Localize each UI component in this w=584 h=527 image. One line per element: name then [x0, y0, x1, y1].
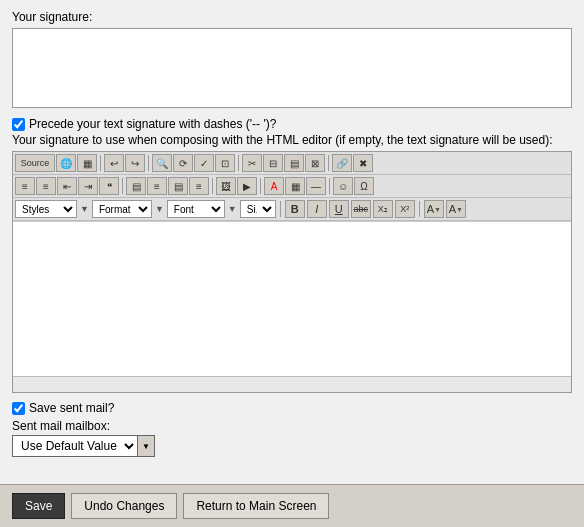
bg-color-btn[interactable]: A▼: [446, 200, 466, 218]
toolbar-row-2: ≡ ≡ ⇤ ⇥ ❝ ▤ ≡ ▤ ≡ 🖼 ▶ A ▦ — ☺ Ω: [13, 175, 571, 198]
subscript-btn[interactable]: X₂: [373, 200, 393, 218]
italic-btn[interactable]: I: [307, 200, 327, 218]
editor-scrollbar: [13, 376, 571, 392]
copy-btn[interactable]: ⊟: [263, 154, 283, 172]
toolbar-row-3: Styles ▼ Format ▼ Font ▼ Si... B I U abc…: [13, 198, 571, 221]
cut-btn[interactable]: ✂: [242, 154, 262, 172]
size-select[interactable]: Si...: [240, 200, 276, 218]
sent-mail-dropdown-arrow[interactable]: ▼: [137, 435, 155, 457]
blockquote-btn[interactable]: ❝: [99, 177, 119, 195]
precede-dashes-label: Precede your text signature with dashes …: [29, 117, 276, 131]
save-mail-label: Save sent mail?: [29, 401, 114, 415]
color-btn[interactable]: A: [264, 177, 284, 195]
strikethrough-btn[interactable]: abc: [351, 200, 371, 218]
table-btn[interactable]: ▦: [77, 154, 97, 172]
source-btn[interactable]: Source: [15, 154, 55, 172]
styles-arrow: ▼: [80, 204, 89, 214]
outdent-btn[interactable]: ⇤: [57, 177, 77, 195]
format-arrow: ▼: [155, 204, 164, 214]
replace-btn[interactable]: ⟳: [173, 154, 193, 172]
paste-btn[interactable]: ▤: [284, 154, 304, 172]
sep5: [122, 178, 123, 194]
sent-mail-dropdown-row: Use Default Value ▼: [12, 435, 572, 457]
precede-dashes-row: Precede your text signature with dashes …: [12, 117, 572, 131]
indent-btn[interactable]: ⇥: [78, 177, 98, 195]
ol-btn[interactable]: ≡: [15, 177, 35, 195]
flash-btn[interactable]: ▶: [237, 177, 257, 195]
spell-btn[interactable]: ✓: [194, 154, 214, 172]
hline-btn[interactable]: —: [306, 177, 326, 195]
sep1: [100, 155, 101, 171]
save-mail-checkbox[interactable]: [12, 402, 25, 415]
align-left-btn[interactable]: ▤: [126, 177, 146, 195]
undo-changes-button[interactable]: Undo Changes: [71, 493, 177, 519]
sent-mail-select[interactable]: Use Default Value: [12, 435, 137, 457]
sep7: [260, 178, 261, 194]
unlink-btn[interactable]: ✖: [353, 154, 373, 172]
sep8: [329, 178, 330, 194]
ul-btn[interactable]: ≡: [36, 177, 56, 195]
find-btn[interactable]: 🔍: [152, 154, 172, 172]
sent-mail-mailbox-label: Sent mail mailbox:: [12, 419, 572, 433]
html-editor-label: Your signature to use when composing wit…: [12, 133, 572, 147]
globe-btn[interactable]: 🌐: [56, 154, 76, 172]
save-mail-row: Save sent mail?: [12, 401, 572, 415]
smiley-btn[interactable]: ☺: [333, 177, 353, 195]
table2-btn[interactable]: ▦: [285, 177, 305, 195]
font-select[interactable]: Font: [167, 200, 225, 218]
align-right-btn[interactable]: ▤: [168, 177, 188, 195]
styles-select[interactable]: Styles: [15, 200, 77, 218]
bottom-bar: Save Undo Changes Return to Main Screen: [0, 484, 584, 527]
select-all-btn[interactable]: ⊡: [215, 154, 235, 172]
sep10: [419, 201, 420, 217]
link-btn[interactable]: 🔗: [332, 154, 352, 172]
toolbar-row-1: Source 🌐 ▦ ↩ ↪ 🔍 ⟳ ✓ ⊡ ✂ ⊟ ▤ ⊠ 🔗 ✖: [13, 152, 571, 175]
font-arrow: ▼: [228, 204, 237, 214]
special-btn[interactable]: Ω: [354, 177, 374, 195]
image-btn[interactable]: 🖼: [216, 177, 236, 195]
sep9: [280, 201, 281, 217]
format-select[interactable]: Format: [92, 200, 152, 218]
save-mail-section: Save sent mail? Sent mail mailbox: Use D…: [12, 401, 572, 457]
main-container: Your signature: Precede your text signat…: [0, 0, 584, 527]
save-button[interactable]: Save: [12, 493, 65, 519]
align-center-btn[interactable]: ≡: [147, 177, 167, 195]
sep6: [212, 178, 213, 194]
font-color-btn[interactable]: A▼: [424, 200, 444, 218]
undo-btn[interactable]: ↩: [104, 154, 124, 172]
return-button[interactable]: Return to Main Screen: [183, 493, 329, 519]
paste-text-btn[interactable]: ⊠: [305, 154, 325, 172]
sep3: [238, 155, 239, 171]
sep4: [328, 155, 329, 171]
sep2: [148, 155, 149, 171]
underline-btn[interactable]: U: [329, 200, 349, 218]
html-editor-container: Source 🌐 ▦ ↩ ↪ 🔍 ⟳ ✓ ⊡ ✂ ⊟ ▤ ⊠ 🔗 ✖ ≡ ≡ ⇤…: [12, 151, 572, 393]
editor-content-area[interactable]: [13, 221, 571, 376]
bold-btn[interactable]: B: [285, 200, 305, 218]
precede-dashes-checkbox[interactable]: [12, 118, 25, 131]
superscript-btn[interactable]: X²: [395, 200, 415, 218]
signature-text-input[interactable]: [12, 28, 572, 108]
signature-label: Your signature:: [12, 10, 572, 24]
align-justify-btn[interactable]: ≡: [189, 177, 209, 195]
redo-btn[interactable]: ↪: [125, 154, 145, 172]
